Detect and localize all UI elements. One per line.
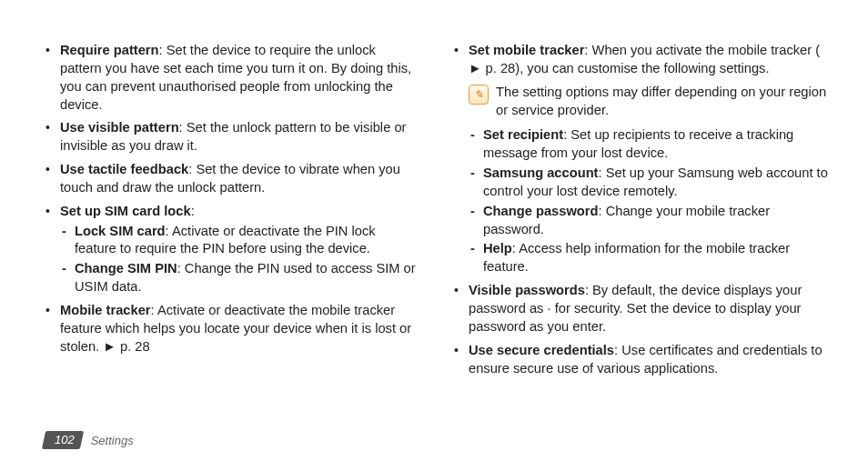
item-mobile-tracker: Mobile tracker: Activate or deactivate t…: [44, 302, 419, 356]
right-bullet-list: Set mobile tracker: When you activate th…: [452, 42, 828, 377]
note-icon: ✎: [469, 85, 489, 105]
subitem-change-sim-pin: Change SIM PIN: Change the PIN used to a…: [60, 260, 419, 296]
term: Use visible pattern: [60, 120, 179, 135]
subitem-set-recipient: Set recipient: Set up recipients to rece…: [469, 126, 828, 163]
item-setup-sim-lock: Set up SIM card lock: Lock SIM card: Act…: [44, 203, 419, 296]
subitem-samsung-account: Samsung account: Set up your Samsung web…: [469, 165, 828, 201]
subitem-help: Help: Access help information for the mo…: [469, 240, 828, 276]
item-visible-passwords: Visible passwords: By default, the devic…: [452, 282, 828, 336]
term: Set up SIM card lock: [60, 204, 191, 218]
term: Change SIM PIN: [75, 261, 177, 276]
term: Use tactile feedback: [60, 162, 188, 176]
term: Mobile tracker: [60, 303, 151, 317]
item-use-secure-credentials: Use secure credentials: Use certificates…: [452, 342, 828, 378]
item-set-mobile-tracker: Set mobile tracker: When you activate th…: [452, 42, 828, 276]
term: Visible passwords: [469, 283, 585, 297]
left-column: Require pattern: Set the device to requi…: [44, 42, 419, 383]
term: Use secure credentials: [469, 343, 614, 357]
section-name: Settings: [91, 434, 134, 447]
two-column-layout: Require pattern: Set the device to requi…: [44, 42, 828, 383]
term: Help: [483, 241, 512, 256]
item-use-visible-pattern: Use visible pattern: Set the unlock patt…: [44, 119, 419, 155]
note-text: The setting options may differ depending…: [496, 84, 828, 120]
page-number-badge: 102: [42, 431, 84, 449]
desc: : Access help information for the mobile…: [483, 241, 790, 274]
term: Set recipient: [483, 127, 563, 142]
term: Lock SIM card: [75, 224, 166, 238]
sim-lock-sublist: Lock SIM card: Activate or deactivate th…: [60, 223, 419, 296]
page-number: 102: [55, 431, 75, 449]
right-column: Set mobile tracker: When you activate th…: [452, 42, 828, 383]
term: Set mobile tracker: [469, 43, 584, 57]
subitem-change-password: Change password: Change your mobile trac…: [469, 203, 828, 239]
subitem-lock-sim-card: Lock SIM card: Activate or deactivate th…: [60, 223, 419, 259]
item-use-tactile-feedback: Use tactile feedback: Set the device to …: [44, 161, 419, 197]
term: Change password: [483, 204, 599, 218]
page-footer: 102 Settings: [44, 431, 134, 449]
term: Require pattern: [60, 43, 159, 57]
tracker-sublist: Set recipient: Set up recipients to rece…: [469, 126, 828, 276]
item-require-pattern: Require pattern: Set the device to requi…: [44, 42, 419, 114]
note: ✎ The setting options may differ dependi…: [469, 84, 828, 120]
manual-page: Require pattern: Set the device to requi…: [0, 0, 868, 471]
left-bullet-list: Require pattern: Set the device to requi…: [44, 42, 419, 356]
term: Samsung account: [483, 165, 599, 180]
desc: :: [191, 204, 195, 218]
